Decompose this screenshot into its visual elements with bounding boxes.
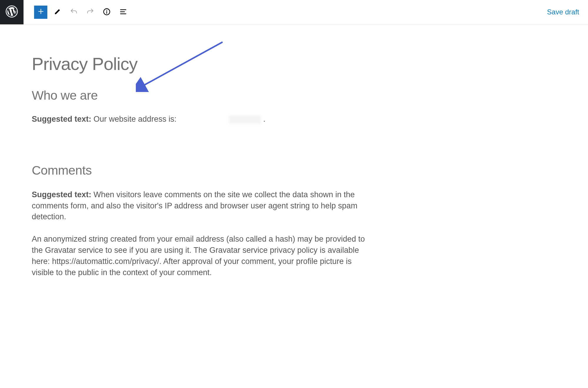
edit-mode-button[interactable]	[51, 6, 64, 19]
paragraph-comments-2[interactable]: An anonymized string created from your e…	[32, 234, 368, 278]
undo-button[interactable]	[67, 6, 80, 19]
paragraph-trailing: .	[261, 115, 265, 123]
add-block-button[interactable]	[34, 6, 47, 19]
paragraph-comments-1[interactable]: Suggested text: When visitors leave comm…	[32, 189, 368, 223]
redacted-content	[229, 116, 261, 124]
toolbar-right-group: Save draft	[547, 8, 588, 16]
editor-content-area[interactable]: Privacy Policy Who we are Suggested text…	[0, 24, 400, 278]
section-heading-who-we-are[interactable]: Who we are	[32, 88, 368, 103]
paragraph-text: Our website address is:	[91, 115, 179, 123]
page-title[interactable]: Privacy Policy	[32, 54, 368, 74]
suggested-text-label: Suggested text:	[32, 190, 91, 199]
wordpress-logo[interactable]	[0, 0, 24, 24]
redo-button[interactable]	[84, 6, 97, 19]
section-heading-comments[interactable]: Comments	[32, 163, 368, 178]
paragraph-who-we-are[interactable]: Suggested text: Our website address is: …	[32, 114, 368, 125]
outline-icon	[119, 8, 127, 17]
suggested-text-label: Suggested text:	[32, 115, 91, 123]
save-draft-button[interactable]: Save draft	[547, 8, 579, 16]
info-button[interactable]	[100, 6, 113, 19]
toolbar-left-group	[24, 6, 130, 19]
svg-point-2	[106, 10, 107, 11]
info-icon	[103, 8, 111, 17]
outline-button[interactable]	[117, 6, 130, 19]
redo-icon	[86, 8, 94, 17]
plus-icon	[37, 8, 45, 16]
pencil-icon	[53, 8, 61, 17]
editor-toolbar: Save draft	[0, 0, 588, 24]
undo-icon	[70, 8, 78, 17]
wordpress-icon	[6, 5, 18, 19]
